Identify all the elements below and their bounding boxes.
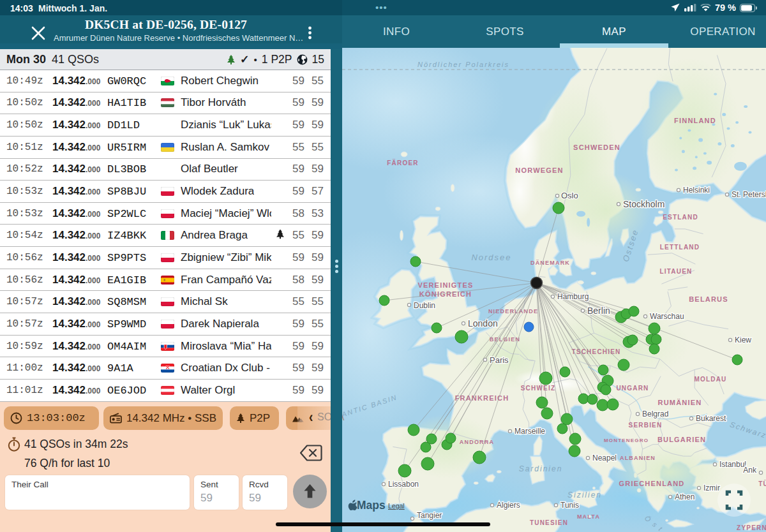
svg-text:Dublin: Dublin (414, 301, 435, 310)
svg-text:NIEDERLANDE: NIEDERLANDE (488, 308, 538, 314)
svg-text:Lissabon: Lissabon (388, 480, 419, 489)
svg-text:Algiers: Algiers (497, 501, 520, 510)
svg-text:SERBIEN: SERBIEN (629, 422, 663, 429)
svg-text:LITAUEN: LITAUEN (660, 268, 693, 275)
svg-text:Marseille: Marseille (514, 427, 545, 436)
svg-text:Sizilien: Sizilien (567, 491, 602, 499)
svg-text:TÜ: TÜ (758, 480, 766, 487)
svg-text:ZYPERN: ZYPERN (737, 524, 766, 531)
svg-text:BULGARIEN: BULGARIEN (657, 436, 706, 443)
svg-text:DÄNEMARK: DÄNEMARK (530, 260, 570, 266)
svg-text:VEREINIGTES: VEREINIGTES (417, 281, 473, 289)
svg-text:Bukarest: Bukarest (696, 414, 726, 423)
svg-text:BELARUS: BELARUS (689, 295, 728, 303)
svg-text:London: London (468, 318, 498, 329)
svg-text:SCHWEIZ: SCHWEIZ (521, 385, 556, 392)
svg-text:Ank: Ank (743, 466, 757, 475)
svg-text:LETTLAND: LETTLAND (660, 244, 700, 251)
svg-text:Maps: Maps (357, 499, 386, 512)
svg-text:Neapel: Neapel (592, 454, 617, 462)
svg-text:Hamburg: Hamburg (557, 292, 589, 301)
svg-text:Kiew: Kiew (735, 336, 751, 344)
svg-text:Warschau: Warschau (650, 312, 684, 321)
svg-text:Oslo: Oslo (561, 191, 578, 200)
svg-text:GRIECHENLAND: GRIECHENLAND (619, 480, 684, 487)
svg-text:Sardinien: Sardinien (519, 464, 563, 473)
svg-text:Izmir: Izmir (703, 484, 720, 492)
svg-text:UNGARN: UNGARN (616, 385, 649, 392)
svg-text:MALTA: MALTA (577, 514, 600, 520)
svg-text:Stockholm: Stockholm (623, 199, 665, 209)
svg-text:FÄROER: FÄROER (387, 159, 418, 166)
svg-text:RUMÄNIEN: RUMÄNIEN (658, 399, 702, 406)
svg-text:ALBANIEN: ALBANIEN (620, 455, 656, 461)
svg-text:Belgrad: Belgrad (642, 410, 668, 418)
svg-text:Tangier: Tangier (417, 511, 442, 520)
svg-text:FINNLAND: FINNLAND (674, 117, 716, 124)
svg-text:ESTLAND: ESTLAND (663, 214, 698, 221)
svg-text:MOLDAU: MOLDAU (694, 376, 726, 383)
svg-text:Istanbul: Istanbul (719, 460, 746, 469)
svg-text:Nördlicher Polarkreis: Nördlicher Polarkreis (417, 61, 509, 68)
svg-text:St. Petersb: St. Petersb (732, 190, 766, 199)
svg-text:FRANKREICH: FRANKREICH (455, 394, 509, 402)
svg-text:MONTENEGRO: MONTENEGRO (604, 438, 649, 443)
svg-text:ANDORRA: ANDORRA (460, 439, 494, 445)
svg-text:Paris: Paris (490, 355, 509, 365)
svg-text:SCHWEDEN: SCHWEDEN (573, 144, 620, 151)
svg-text:Helsinki: Helsinki (683, 186, 710, 195)
svg-text:Berlin: Berlin (587, 306, 610, 316)
svg-text:Nordsee: Nordsee (471, 253, 511, 262)
svg-text:TSCHECHIEN: TSCHECHIEN (571, 348, 620, 355)
svg-text:TUNESIEN: TUNESIEN (530, 519, 568, 526)
svg-text:Athen: Athen (675, 492, 695, 501)
svg-text:NORWEGEN: NORWEGEN (515, 166, 563, 174)
svg-text:Tunis: Tunis (560, 501, 579, 510)
svg-text:Legal: Legal (388, 502, 405, 510)
